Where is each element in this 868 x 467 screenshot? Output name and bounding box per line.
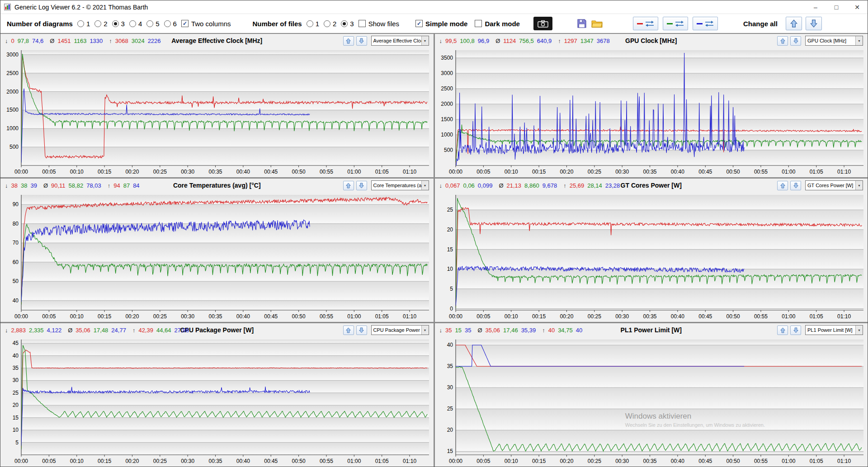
camera-icon (538, 20, 548, 28)
show-files-checkbox[interactable]: Show files (359, 20, 399, 28)
radio-diagrams-3[interactable]: 3 (112, 20, 125, 28)
swap-green-series-button[interactable] (663, 17, 688, 30)
metric-down-button[interactable] (356, 325, 367, 335)
arrow-up-icon (780, 327, 785, 333)
svg-text:00:35: 00:35 (643, 313, 656, 320)
svg-text:40: 40 (447, 342, 453, 348)
stat-max-value-blue: 27,96 (175, 327, 189, 334)
arrow-down-icon (810, 19, 817, 28)
radio-icon (112, 20, 119, 27)
radio-files-3[interactable]: 3 (341, 20, 354, 28)
number-of-files-label: Number of files (252, 20, 302, 28)
metric-up-button[interactable] (343, 36, 354, 46)
stat-max-value-blue: 40 (576, 327, 582, 334)
metric-up-button[interactable] (777, 181, 788, 190)
metric-dropdown[interactable]: GPU Clock [MHz]▼ (805, 36, 863, 46)
svg-text:00:20: 00:20 (125, 169, 139, 175)
metric-down-button[interactable] (790, 36, 801, 46)
metric-dropdown[interactable]: PL1 Power Limit [W]▼ (805, 325, 863, 335)
svg-text:00:25: 00:25 (153, 458, 167, 464)
metric-down-button[interactable] (356, 181, 367, 190)
stat-avg-icon: Ø (68, 327, 72, 334)
chart-area: Windows aktivierenWechseln Sie zu den Ei… (435, 337, 868, 467)
swap-arrows-icon (705, 20, 714, 27)
stat-group-avg: Ø35,0617,4635,39 (477, 327, 536, 334)
swap-blue-series-button[interactable] (693, 17, 718, 30)
arrow-down-icon (359, 327, 364, 333)
save-button[interactable] (576, 17, 588, 30)
chevron-down-icon: ▼ (421, 325, 429, 335)
radio-diagrams-5[interactable]: 5 (146, 20, 159, 28)
maximize-button[interactable]: □ (826, 0, 847, 14)
svg-text:00:25: 00:25 (587, 313, 601, 320)
stat-group-min: ↓99,5100,896,9 (439, 38, 490, 44)
metric-dropdown[interactable]: Core Temperatures (avg) [°C]▼ (371, 180, 429, 190)
swap-red-series-button[interactable] (633, 17, 658, 30)
stat-max-value-blue: 3678 (597, 38, 610, 44)
metric-up-button[interactable] (777, 36, 788, 46)
svg-text:01:00: 01:00 (782, 169, 795, 175)
stat-group-max: ↑25,6928,1423,28 (563, 182, 620, 189)
panel-stats: ↓383839Ø90,1158,8278,03↑948784 (5, 182, 140, 189)
svg-text:00:50: 00:50 (726, 313, 740, 320)
metric-down-button[interactable] (790, 181, 801, 190)
minimize-button[interactable]: – (805, 0, 826, 14)
metric-dropdown[interactable]: Average Effective Clock [MHz]▼ (371, 36, 429, 46)
two-columns-checkbox[interactable]: ✓ Two columns (181, 20, 231, 28)
stat-group-min: ↓097,874,6 (5, 38, 43, 44)
svg-text:00:00: 00:00 (14, 458, 28, 464)
stat-avg-value-green: 756,5 (519, 38, 534, 44)
radio-diagrams-6[interactable]: 6 (164, 20, 177, 28)
stat-avg-value-red: 90,11 (51, 182, 66, 189)
metric-dropdown[interactable]: GT Cores Power [W]▼ (805, 180, 863, 190)
stat-max-value-green: 44,64 (156, 327, 171, 334)
stat-min-value-green: 38 (21, 182, 27, 189)
metric-down-button[interactable] (790, 325, 801, 335)
metric-up-button[interactable] (777, 325, 788, 335)
stat-avg-icon: Ø (477, 327, 482, 334)
screenshot-button[interactable] (533, 17, 552, 30)
radio-files-2[interactable]: 2 (324, 20, 336, 28)
stat-avg-icon: Ø (43, 182, 48, 189)
close-button[interactable]: ✕ (847, 0, 868, 14)
svg-text:00:30: 00:30 (615, 458, 629, 464)
metric-dropdown[interactable]: CPU Package Power [W]▼ (371, 325, 429, 335)
stat-min-value-blue: 0,099 (478, 182, 493, 189)
arrow-down-icon (359, 38, 364, 44)
stat-min-icon: ↓ (5, 182, 8, 189)
swap-arrows-icon (645, 20, 654, 27)
radio-label: 2 (104, 20, 107, 28)
stat-avg-value-green: 8,860 (524, 182, 539, 189)
svg-text:00:40: 00:40 (670, 313, 684, 320)
radio-diagrams-1[interactable]: 1 (77, 20, 90, 28)
svg-text:00:05: 00:05 (42, 458, 56, 464)
svg-text:25: 25 (447, 406, 453, 412)
svg-text:20: 20 (447, 226, 453, 233)
chart-plot: 40506070809000:0000:0500:1000:1500:2000:… (0, 192, 434, 322)
stat-max-icon: ↑ (108, 182, 111, 189)
chart-area: 051015202500:0000:0500:1000:1500:2000:25… (435, 192, 868, 322)
change-all-up-button[interactable] (786, 17, 802, 30)
folder-open-icon (591, 19, 603, 28)
checkbox-icon: ✓ (181, 20, 189, 27)
radio-diagrams-4[interactable]: 4 (129, 20, 142, 28)
svg-text:00:45: 00:45 (264, 458, 278, 464)
svg-text:00:15: 00:15 (532, 458, 546, 464)
metric-down-button[interactable] (356, 36, 367, 46)
panel-stats: ↓097,874,6Ø145111631330↑306830242226 (5, 38, 161, 44)
svg-text:0: 0 (450, 306, 453, 312)
metric-up-button[interactable] (343, 325, 354, 335)
change-all-down-button[interactable] (806, 17, 822, 30)
open-folder-button[interactable] (590, 17, 604, 30)
stat-max-value-green: 3024 (132, 38, 145, 44)
simple-mode-label: Simple mode (425, 20, 467, 28)
stat-group-avg: Ø145111631330 (50, 38, 103, 44)
svg-text:00:55: 00:55 (754, 313, 767, 320)
simple-mode-checkbox[interactable]: ✓ Simple mode (415, 20, 467, 28)
radio-diagrams-2[interactable]: 2 (94, 20, 107, 28)
dark-mode-checkbox[interactable]: Dark mode (475, 20, 520, 28)
svg-text:00:15: 00:15 (532, 313, 546, 320)
radio-files-1[interactable]: 1 (307, 20, 319, 28)
metric-up-button[interactable] (343, 181, 354, 190)
svg-text:2000: 2000 (6, 89, 19, 95)
